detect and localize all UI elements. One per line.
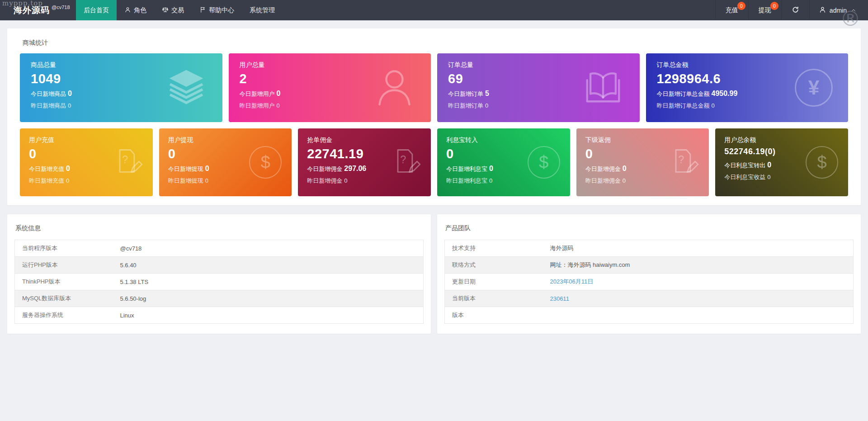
username: admin [830,7,847,14]
small-stat-cards: 用户充值 0 今日新增充值0 昨日新增充值0 ? 用户提现 0 今日新增提现0 … [14,128,854,196]
card-title: 用户总余额 [724,136,839,144]
withdraw-label: 提现 [759,6,771,14]
today-label: 今日新增佣金 [585,166,621,172]
yesterday-label: 昨日新增充值 [29,177,64,184]
recharge-button[interactable]: 充值 0 [715,0,748,20]
dollar-circle-icon: $ [249,146,282,179]
table-row: 服务器操作系统Linux [15,307,424,324]
product-team-table: 技术支持海外源码 联络方式网址：海外源码 haiwaiym.com 更新日期20… [444,240,854,324]
stat-card-goods-total: 商品总量 1049 今日新增商品0 昨日新增商品0 [20,53,222,122]
yesterday-label: 昨日新增佣金 [585,177,621,184]
table-row: 更新日期2023年06月11日 [445,274,854,290]
withdraw-button[interactable]: 提现 0 [748,0,781,20]
stat-card-order-commission: 抢单佣金 22741.19 今日新增佣金297.06 昨日新增佣金0 ? [298,128,431,196]
row-value: @cv718 [113,240,423,257]
yesterday-label: 昨日新增用户 [240,102,275,109]
system-info-table: 当前程序版本@cv718 运行PHP版本5.6.40 ThinkPHP版本5.1… [14,240,424,324]
nav-item-label: 角色 [134,6,146,14]
yesterday-label: 昨日新增利息宝 [446,177,487,184]
yesterday-label: 昨日新增佣金 [307,177,342,184]
stat-card-user-recharge: 用户充值 0 今日新增充值0 昨日新增充值0 ? [20,128,153,196]
book-icon [582,66,624,110]
row-label: 技术支持 [445,240,543,257]
product-team-title: 产品团队 [444,221,854,240]
yesterday-value: 0 [623,177,626,184]
nav-item-home[interactable]: 后台首页 [76,0,117,20]
today-value: 0 [277,90,281,97]
nav-item-label: 帮助中心 [209,6,234,14]
card-title: 订单总金额 [657,61,838,69]
yesterday-value: 0 [767,174,770,180]
yen-circle-icon: ¥ [795,69,833,107]
today-value: 0 [66,165,70,172]
nav-item-system-management[interactable]: 系统管理 [242,0,283,20]
nav-item-help-center[interactable]: 帮助中心 [192,0,242,20]
refresh-button[interactable] [781,0,809,20]
card-title: 抢单佣金 [307,136,422,144]
today-value: 0 [767,161,771,169]
withdraw-badge: 0 [770,2,778,10]
stat-card-orders-total: 订单总量 69 今日新增订单5 昨日新增订单0 [437,53,640,122]
dollar-circle-icon: $ [528,146,560,179]
yesterday-value: 0 [489,177,492,184]
stats-panel-title: 商城统计 [14,35,854,53]
main-content: 商城统计 商品总量 1049 今日新增商品0 昨日新增商品0 用户总量 2 今日… [0,20,868,334]
svg-text:?: ? [122,154,128,166]
top-navbar: 海外源码 @cv718 后台首页 角色 交易 帮助中心 系统管理 充值 0 提现… [0,0,868,20]
yesterday-value: 0 [344,177,347,184]
stats-panel: 商城统计 商品总量 1049 今日新增商品0 昨日新增商品0 用户总量 2 今日… [7,28,861,205]
yesterday-label: 今日利息宝收益 [724,174,765,180]
table-row: 运行PHP版本5.6.40 [15,257,424,274]
yesterday-label: 昨日新增订单总金额 [657,102,710,109]
table-row: 当前程序版本@cv718 [15,240,424,257]
stat-card-order-amount: 订单总金额 1298964.6 今日新增订单总金额4950.99 昨日新增订单总… [646,53,849,122]
yesterday-value: 0 [205,177,208,184]
person-icon [372,65,415,110]
update-date-link[interactable]: 2023年06月11日 [542,274,853,290]
table-row: MySQL数据库版本5.6.50-log [15,290,424,307]
today-value: 4950.99 [712,90,738,97]
doc-pencil-icon: ? [668,146,699,179]
user-menu[interactable]: admin [809,0,868,20]
nav-item-label: 交易 [171,6,184,14]
row-value: 网址：海外源码 haiwaiym.com [542,257,853,274]
row-label: 版本 [445,307,543,324]
nav-item-transactions[interactable]: 交易 [154,0,192,20]
table-row: 联络方式网址：海外源码 haiwaiym.com [445,257,854,274]
card-title: 用户提现 [168,136,283,144]
row-value: 海外源码 [542,240,853,257]
card-title: 下级返佣 [585,136,700,144]
stat-card-interest-in: 利息宝转入 0 今日新增利息宝0 昨日新增利息宝0 $ [437,128,570,196]
today-value: 0 [623,165,627,172]
today-label: 今日新增提现 [168,166,203,172]
chevron-up-icon [851,8,856,13]
layers-icon [165,66,207,109]
today-value: 0 [68,90,72,97]
card-title: 利息宝转入 [446,136,561,144]
today-label: 今日新增用户 [240,90,275,97]
current-version-link[interactable]: 230611 [542,290,853,307]
stat-card-user-balance: 用户总余额 522746.19(0) 今日利息宝转出0 今日利息宝收益0 $ [715,128,848,196]
table-row: ThinkPHP版本5.1.38 LTS [15,274,424,290]
dollar-circle-icon: $ [806,146,838,179]
table-row: 技术支持海外源码 [445,240,854,257]
row-label: 当前版本 [445,290,543,307]
today-label: 今日新增订单总金额 [657,90,710,97]
today-label: 今日新增充值 [29,166,64,172]
yesterday-value: 0 [712,102,715,109]
row-label: 联络方式 [445,257,543,274]
today-label: 今日利息宝转出 [724,162,765,169]
table-row: 当前版本230611 [445,290,854,307]
logo[interactable]: 海外源码 @cv718 [0,0,76,20]
yesterday-value: 0 [277,102,280,109]
stat-card-user-withdraw: 用户提现 0 今日新增提现0 昨日新增提现0 $ [159,128,292,196]
nav-item-roles[interactable]: 角色 [117,0,154,20]
row-value: 5.6.50-log [113,290,423,307]
big-stat-cards: 商品总量 1049 今日新增商品0 昨日新增商品0 用户总量 2 今日新增用户0… [14,53,854,122]
recharge-label: 充值 [726,6,738,14]
today-value: 297.06 [344,165,366,172]
system-info-title: 系统信息 [14,221,424,240]
stat-card-sub-rebate: 下级返佣 0 今日新增佣金0 昨日新增佣金0 ? [576,128,709,196]
row-label: 当前程序版本 [15,240,113,257]
svg-text:?: ? [400,154,406,166]
